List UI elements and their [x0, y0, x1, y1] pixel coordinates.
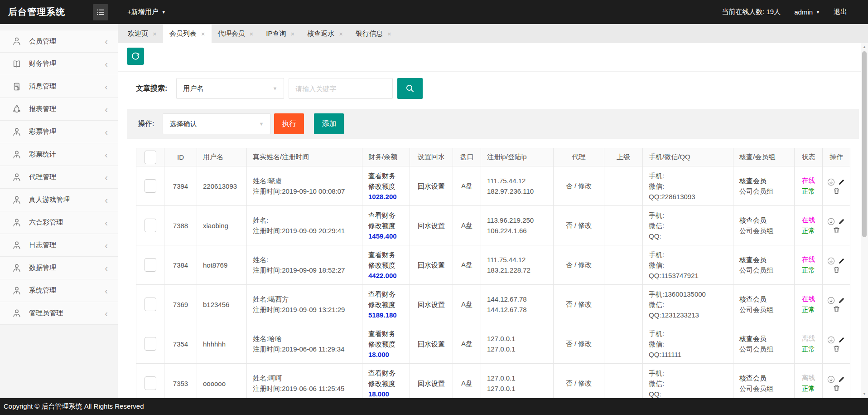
- agent-modify-link[interactable]: 否 / 修改: [554, 324, 604, 364]
- check-member-link[interactable]: 核查会员: [739, 333, 767, 344]
- check-member-link[interactable]: 核查会员: [739, 254, 767, 265]
- check-member-link[interactable]: 核查会员: [739, 176, 767, 186]
- check-member-link[interactable]: 核查会员: [739, 373, 767, 383]
- delete-icon[interactable]: [833, 187, 840, 195]
- menu-toggle-button[interactable]: [93, 4, 108, 20]
- download-icon[interactable]: [827, 376, 835, 383]
- view-finance-link[interactable]: 查看财务: [368, 210, 395, 220]
- scroll-down-icon[interactable]: ▼: [861, 391, 868, 397]
- close-icon[interactable]: ×: [339, 30, 343, 38]
- edit-icon[interactable]: [838, 218, 845, 225]
- tab-核查返水[interactable]: 核查返水×: [301, 24, 349, 43]
- add-user-dropdown[interactable]: +新增用户 ▼: [127, 8, 166, 16]
- search-button[interactable]: [397, 78, 423, 99]
- sidebar-item-彩票统计[interactable]: 彩票统计‹: [0, 143, 118, 166]
- edit-icon[interactable]: [838, 376, 845, 383]
- download-icon[interactable]: [827, 218, 835, 225]
- vertical-scrollbar[interactable]: ▲ ▼: [861, 43, 868, 398]
- rebate-settings-link[interactable]: 回水设置: [418, 220, 445, 231]
- row-checkbox[interactable]: [145, 298, 156, 311]
- cell-real-name: 姓名:哈哈: [253, 333, 362, 344]
- close-icon[interactable]: ×: [290, 30, 294, 38]
- cell-account-status: 正常: [795, 304, 822, 315]
- sidebar-item-管理员管理[interactable]: 管理员管理‹: [0, 302, 118, 325]
- scrollbar-thumb[interactable]: [862, 51, 867, 237]
- rebate-settings-link[interactable]: 回水设置: [418, 299, 445, 310]
- rebate-settings-link[interactable]: 回水设置: [418, 260, 445, 270]
- tab-银行信息[interactable]: 银行信息×: [349, 24, 398, 43]
- row-checkbox[interactable]: [145, 258, 156, 272]
- agent-modify-link[interactable]: 否 / 修改: [554, 364, 604, 399]
- select-all-checkbox[interactable]: [145, 151, 156, 164]
- check-member-link[interactable]: 核查会员: [739, 294, 767, 304]
- sidebar-item-系统管理[interactable]: 系统管理‹: [0, 279, 118, 302]
- sidebar-item-真人游戏管理[interactable]: 真人游戏管理‹: [0, 189, 118, 211]
- search-field-value: 用户名: [183, 84, 203, 93]
- refresh-button[interactable]: [127, 48, 144, 65]
- download-icon[interactable]: [827, 297, 835, 304]
- tab-欢迎页[interactable]: 欢迎页×: [121, 24, 163, 43]
- modify-quota-link[interactable]: 修改额度: [368, 339, 395, 349]
- delete-icon[interactable]: [833, 305, 840, 313]
- sidebar-item-数据管理[interactable]: 数据管理‹: [0, 257, 118, 279]
- agent-modify-link[interactable]: 否 / 修改: [554, 285, 604, 324]
- sidebar-item-财务管理[interactable]: 财务管理‹: [0, 53, 118, 75]
- close-icon[interactable]: ×: [387, 30, 391, 38]
- download-icon[interactable]: [827, 336, 835, 344]
- tab-会员列表[interactable]: 会员列表×: [163, 24, 212, 43]
- sidebar-item-报表管理[interactable]: 报表管理‹: [0, 98, 118, 121]
- edit-icon[interactable]: [838, 336, 845, 344]
- scroll-up-icon[interactable]: ▲: [861, 44, 868, 50]
- sidebar-item-代理管理[interactable]: 代理管理‹: [0, 166, 118, 189]
- operation-select[interactable]: 选择确认 ▼: [163, 113, 270, 134]
- modify-quota-link[interactable]: 修改额度: [368, 181, 395, 191]
- close-icon[interactable]: ×: [250, 30, 254, 38]
- sidebar-item-六合彩管理[interactable]: 六合彩管理‹: [0, 211, 118, 234]
- modify-quota-link[interactable]: 修改额度: [368, 299, 395, 310]
- check-member-link[interactable]: 核查会员: [739, 215, 767, 225]
- sidebar-item-会员管理[interactable]: 会员管理‹: [0, 30, 118, 53]
- delete-icon[interactable]: [833, 384, 840, 392]
- row-checkbox[interactable]: [145, 337, 156, 351]
- view-finance-link[interactable]: 查看财务: [368, 289, 395, 299]
- sidebar-item-日志管理[interactable]: 日志管理‹: [0, 234, 118, 257]
- row-checkbox[interactable]: [145, 376, 156, 390]
- view-finance-link[interactable]: 查看财务: [368, 328, 395, 339]
- download-icon[interactable]: [827, 178, 835, 186]
- cell-real-name: 姓名:噶西方: [253, 294, 362, 304]
- execute-button[interactable]: 执行: [274, 113, 304, 134]
- modify-quota-link[interactable]: 修改额度: [368, 260, 395, 270]
- edit-icon[interactable]: [838, 178, 845, 186]
- delete-icon[interactable]: [833, 266, 840, 273]
- view-finance-link[interactable]: 查看财务: [368, 368, 395, 378]
- edit-icon[interactable]: [838, 257, 845, 265]
- view-finance-link[interactable]: 查看财务: [368, 171, 395, 181]
- delete-icon[interactable]: [833, 226, 840, 234]
- delete-icon[interactable]: [833, 345, 840, 352]
- sidebar-item-消息管理[interactable]: 消息管理‹: [0, 75, 118, 98]
- modify-quota-link[interactable]: 修改额度: [368, 220, 395, 231]
- search-field-select[interactable]: 用户名 ▼: [176, 78, 284, 99]
- agent-modify-link[interactable]: 否 / 修改: [554, 245, 604, 285]
- rebate-settings-link[interactable]: 回水设置: [418, 339, 445, 349]
- agent-modify-link[interactable]: 否 / 修改: [554, 166, 604, 206]
- tab-IP查询[interactable]: IP查询×: [260, 24, 301, 43]
- row-checkbox[interactable]: [145, 179, 156, 193]
- edit-icon[interactable]: [838, 297, 845, 304]
- close-icon[interactable]: ×: [153, 30, 157, 38]
- view-finance-link[interactable]: 查看财务: [368, 249, 395, 260]
- logout-button[interactable]: 退出: [834, 8, 847, 16]
- modify-quota-link[interactable]: 修改额度: [368, 378, 395, 389]
- cell-login-ip: 182.97.236.110: [487, 186, 553, 196]
- keyword-input[interactable]: [289, 78, 393, 99]
- user-menu[interactable]: admin ▼: [794, 8, 820, 16]
- add-button[interactable]: 添加: [314, 113, 344, 134]
- rebate-settings-link[interactable]: 回水设置: [418, 378, 445, 389]
- download-icon[interactable]: [827, 257, 835, 265]
- sidebar-item-彩票管理[interactable]: 彩票管理‹: [0, 121, 118, 143]
- agent-modify-link[interactable]: 否 / 修改: [554, 206, 604, 245]
- close-icon[interactable]: ×: [201, 30, 205, 38]
- tab-代理会员[interactable]: 代理会员×: [212, 24, 260, 43]
- rebate-settings-link[interactable]: 回水设置: [418, 181, 445, 191]
- row-checkbox[interactable]: [145, 219, 156, 232]
